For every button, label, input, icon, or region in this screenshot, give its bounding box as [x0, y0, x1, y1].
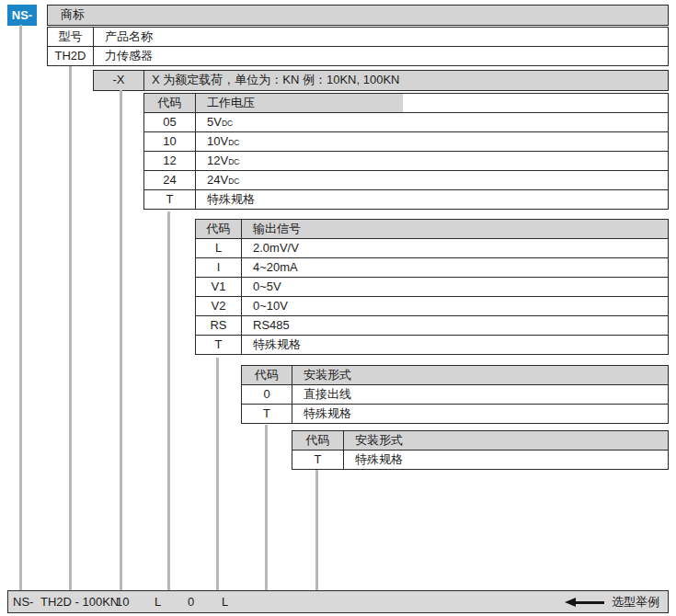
table-header-row: 代码 工作电压 — [144, 94, 668, 112]
example-mount2: L — [222, 592, 228, 612]
label-cell: 工作电压 — [196, 94, 668, 112]
label-cell: 特殊规格 — [292, 405, 668, 423]
table-row: 0 直接出线 — [242, 384, 668, 404]
label-cell: RS485 — [242, 316, 668, 335]
table-row: RS RS485 — [196, 315, 668, 335]
label-cell: 4~20mA — [242, 258, 668, 277]
label-cell: 特殊规格 — [196, 190, 668, 209]
label-cell: 0~5V — [242, 278, 668, 296]
code-cell: T — [144, 190, 196, 209]
label-cell: 10VDC — [196, 132, 668, 151]
dc-subscript: DC — [228, 138, 239, 147]
table-row: V2 0~10V — [196, 296, 668, 315]
code-cell: 24 — [144, 171, 196, 189]
label-cell: 特殊规格 — [344, 451, 668, 469]
output-signal-table: 代码 输出信号 L 2.0mV/V I 4~20mA V1 0~5V V2 0~… — [195, 219, 669, 355]
example-caption: 选型举例 — [612, 592, 659, 612]
table-row: 24 24VDC — [144, 170, 668, 189]
table-row: TH2D 力传感器 — [48, 46, 668, 65]
table-row: 05 5VDC — [144, 112, 668, 131]
code-cell: 代码 — [292, 431, 344, 450]
table-row: L 2.0mV/V — [196, 238, 668, 257]
connector-line-mount1 — [265, 425, 268, 590]
table-header-row: 代码 输出信号 — [196, 220, 668, 238]
code-cell: RS — [196, 316, 242, 335]
mounting-table-2: 代码 安装形式 T 特殊规格 — [292, 430, 669, 470]
example-brand: NS- — [13, 592, 33, 612]
connector-line-mount2 — [315, 470, 318, 590]
table-header-row: 代码 安装形式 — [242, 366, 668, 384]
dc-subscript: DC — [228, 157, 239, 166]
label-cell: 0~10V — [242, 297, 668, 315]
label-cell: 5VDC — [196, 113, 668, 131]
code-cell: TH2D — [48, 47, 94, 65]
model-selection-diagram: NS- 商标 型号 产品名称 TH2D 力传感器 -X X 为额定载荷，单位为：… — [0, 0, 676, 616]
label-cell: 安装形式 — [292, 366, 668, 384]
table-row: 10 10VDC — [144, 131, 668, 151]
voltage-table: 代码 工作电压 05 5VDC 10 10VDC 12 12VDC 24 24V… — [143, 93, 669, 210]
capacity-row: -X X 为额定载荷，单位为：KN 例：10KN, 100KN — [93, 70, 669, 91]
label-cell: 12VDC — [196, 152, 668, 170]
code-cell: V2 — [196, 297, 242, 315]
model-table: 型号 产品名称 TH2D 力传感器 — [47, 27, 669, 66]
table-row: V1 0~5V — [196, 277, 668, 296]
dc-subscript: DC — [222, 119, 233, 128]
code-cell: 型号 — [48, 28, 94, 46]
code-cell: 代码 — [242, 366, 292, 384]
code-cell: L — [196, 239, 242, 257]
label-cell: X 为额定载荷，单位为：KN 例：10KN, 100KN — [144, 71, 668, 90]
example-output: L — [155, 592, 161, 612]
mounting-table-1: 代码 安装形式 0 直接出线 T 特殊规格 — [241, 365, 669, 424]
code-cell: 05 — [144, 113, 196, 131]
trademark-row: 商标 — [47, 5, 669, 26]
connector-line-output — [216, 358, 219, 590]
code-cell: T — [292, 451, 344, 469]
code-cell: 10 — [144, 132, 196, 151]
table-row: T 特殊规格 — [144, 189, 668, 209]
connector-line-voltage — [167, 211, 170, 590]
label-cell: 输出信号 — [242, 220, 668, 238]
connector-line-capacity — [120, 90, 122, 590]
code-cell: T — [196, 336, 242, 354]
table-row: T 特殊规格 — [292, 450, 668, 469]
label-cell: 安装形式 — [344, 431, 668, 450]
brand-box: NS- — [7, 5, 37, 26]
code-cell: 0 — [242, 385, 292, 404]
code-cell: 代码 — [144, 94, 196, 112]
example-voltage: 10 — [116, 592, 129, 612]
table-row: I 4~20mA — [196, 257, 668, 277]
code-cell: 代码 — [196, 220, 242, 238]
code-cell: V1 — [196, 278, 242, 296]
table-row: T 特殊规格 — [196, 335, 668, 354]
code-cell: T — [242, 405, 292, 423]
code-cell: 12 — [144, 152, 196, 170]
table-header-row: 型号 产品名称 — [48, 28, 668, 46]
code-cell: I — [196, 258, 242, 277]
label-cell: 24VDC — [196, 171, 668, 189]
label-cell: 2.0mV/V — [242, 239, 668, 257]
example-bar: NS- TH2D - 100KN 10 L 0 L 选型举例 — [7, 590, 669, 613]
label-cell: 特殊规格 — [242, 336, 668, 354]
dc-subscript: DC — [228, 177, 239, 186]
example-mount1: 0 — [188, 592, 194, 612]
trademark-label: 商标 — [48, 6, 668, 25]
connector-line-model — [69, 66, 72, 590]
label-cell: 力传感器 — [94, 47, 668, 65]
connector-line-brand — [19, 25, 22, 590]
table-header-row: 代码 安装形式 — [292, 431, 668, 450]
table-row: 12 12VDC — [144, 151, 668, 170]
example-model: TH2D - 100KN — [40, 592, 119, 612]
arrow-tail — [573, 601, 604, 604]
code-cell: -X — [94, 71, 144, 90]
label-cell: 直接出线 — [292, 385, 668, 404]
table-row: T 特殊规格 — [242, 404, 668, 423]
label-cell: 产品名称 — [94, 28, 668, 46]
